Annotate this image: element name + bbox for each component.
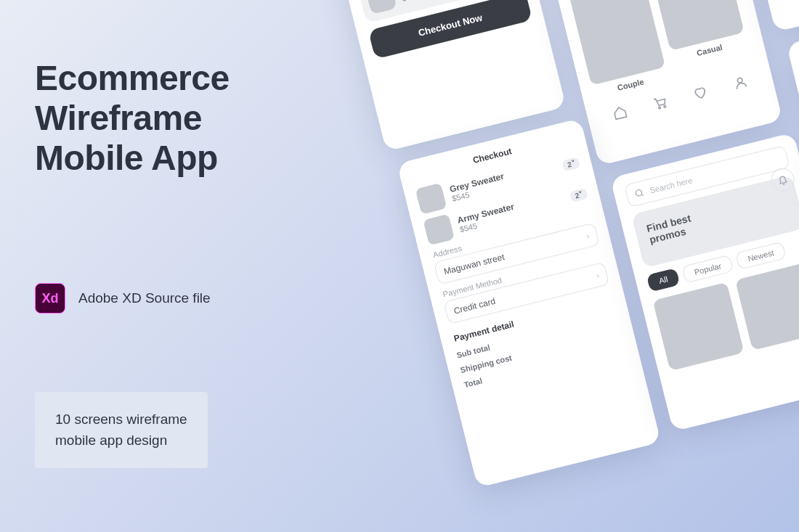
qty-stepper[interactable]: 2˅: [569, 187, 588, 202]
product-price: $545: [401, 0, 457, 3]
bell-icon: [776, 173, 789, 186]
hero: Ecommerce Wireframe Mobile App: [35, 58, 354, 179]
product-thumb: [415, 183, 447, 215]
category-tile[interactable]: Couple: [569, 0, 669, 98]
filter-pill-popular[interactable]: Popular: [682, 255, 734, 284]
pill-label: All: [658, 274, 669, 285]
pill-label: Popular: [694, 261, 723, 277]
category-tile[interactable]: Casual: [651, 0, 751, 78]
user-icon[interactable]: [731, 74, 749, 91]
mockup-stage: Army Sweater $545 Pink Sweater $545 Grey…: [320, 0, 799, 532]
callout-line: mobile app design: [55, 433, 167, 448]
product-thumb: [365, 0, 397, 15]
checkout-screen: Checkout Grey Sweater $545 2˅ Army Sweat…: [397, 118, 661, 488]
product-tile[interactable]: [735, 261, 799, 350]
filter-pill-newest[interactable]: Newest: [735, 242, 787, 270]
cart-screen: Army Sweater $545 Pink Sweater $545 Grey…: [320, 0, 566, 152]
title-line: Ecommerce: [35, 59, 230, 97]
checkout-label: Checkout Now: [417, 12, 483, 38]
svg-point-0: [658, 107, 660, 109]
cart-icon[interactable]: [651, 94, 668, 112]
xd-source-row: Xd Adobe XD Source file: [35, 283, 211, 314]
xd-badge-text: Xd: [41, 291, 58, 306]
product-tile[interactable]: [653, 282, 745, 371]
heart-icon[interactable]: [691, 84, 709, 102]
address-value: Maguwan street: [443, 252, 506, 277]
search-placeholder: Search here: [649, 176, 693, 195]
search-icon: [633, 187, 646, 200]
xd-source-label: Adobe XD Source file: [78, 290, 211, 306]
qty-value: 2: [574, 191, 580, 200]
title-line: Wireframe: [35, 99, 202, 137]
filter-pill-all[interactable]: All: [646, 268, 681, 292]
title-line: Mobile App: [35, 139, 218, 177]
pill-label: Newest: [747, 248, 775, 263]
svg-point-2: [737, 78, 742, 83]
product-thumb: [423, 214, 455, 246]
screens-callout: 10 screens wireframe mobile app design: [35, 392, 208, 468]
adobe-xd-badge: Xd: [35, 283, 65, 314]
home-icon[interactable]: [611, 104, 628, 121]
qty-value: 2: [567, 160, 572, 168]
category-label: Casual: [696, 43, 723, 57]
svg-point-5: [636, 189, 643, 197]
payment-value: Credit card: [453, 296, 496, 316]
category-label: Couple: [617, 77, 645, 92]
callout-line: 10 screens wireframe: [55, 412, 187, 427]
svg-point-1: [663, 105, 665, 107]
page-title: Ecommerce Wireframe Mobile App: [35, 58, 354, 179]
qty-stepper[interactable]: 2˅: [562, 157, 581, 171]
